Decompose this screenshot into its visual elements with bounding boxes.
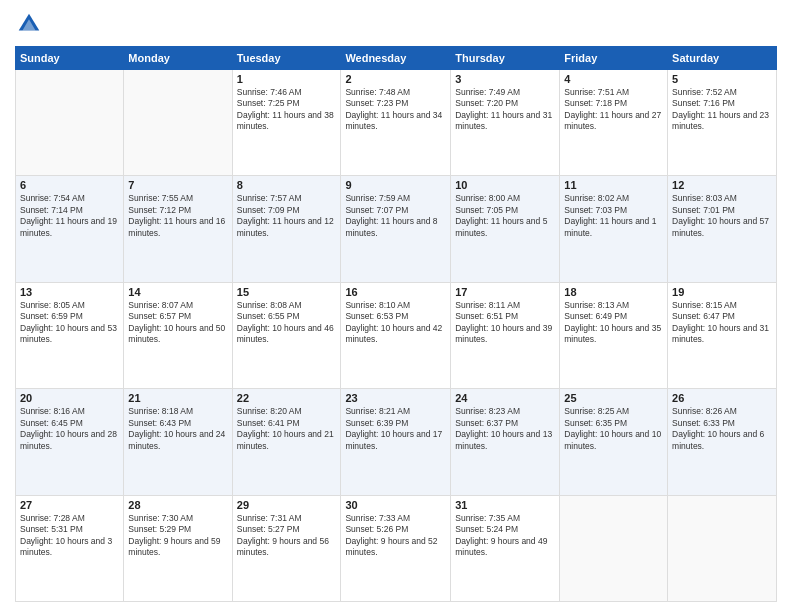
day-number: 25 [564, 392, 663, 404]
sunset-text: Sunset: 6:43 PM [128, 418, 191, 428]
calendar-cell: 22Sunrise: 8:20 AMSunset: 6:41 PMDayligh… [232, 389, 341, 495]
day-info: Sunrise: 8:00 AMSunset: 7:05 PMDaylight:… [455, 193, 555, 239]
day-of-week-sunday: Sunday [16, 47, 124, 70]
sunset-text: Sunset: 6:47 PM [672, 311, 735, 321]
calendar-cell [560, 495, 668, 601]
calendar-cell: 23Sunrise: 8:21 AMSunset: 6:39 PMDayligh… [341, 389, 451, 495]
day-number: 28 [128, 499, 227, 511]
day-of-week-friday: Friday [560, 47, 668, 70]
calendar-cell: 3Sunrise: 7:49 AMSunset: 7:20 PMDaylight… [451, 70, 560, 176]
day-info: Sunrise: 8:02 AMSunset: 7:03 PMDaylight:… [564, 193, 663, 239]
sunset-text: Sunset: 6:49 PM [564, 311, 627, 321]
sunrise-text: Sunrise: 7:48 AM [345, 87, 410, 97]
sunset-text: Sunset: 7:03 PM [564, 205, 627, 215]
logo [15, 10, 47, 38]
calendar-cell: 29Sunrise: 7:31 AMSunset: 5:27 PMDayligh… [232, 495, 341, 601]
sunrise-text: Sunrise: 7:59 AM [345, 193, 410, 203]
daylight-text: Daylight: 11 hours and 1 minute. [564, 216, 656, 237]
daylight-text: Daylight: 10 hours and 46 minutes. [237, 323, 334, 344]
calendar-cell: 28Sunrise: 7:30 AMSunset: 5:29 PMDayligh… [124, 495, 232, 601]
calendar-cell: 4Sunrise: 7:51 AMSunset: 7:18 PMDaylight… [560, 70, 668, 176]
day-number: 12 [672, 179, 772, 191]
sunset-text: Sunset: 7:07 PM [345, 205, 408, 215]
calendar-cell: 18Sunrise: 8:13 AMSunset: 6:49 PMDayligh… [560, 282, 668, 388]
day-of-week-thursday: Thursday [451, 47, 560, 70]
day-number: 3 [455, 73, 555, 85]
day-number: 21 [128, 392, 227, 404]
day-info: Sunrise: 7:46 AMSunset: 7:25 PMDaylight:… [237, 87, 337, 133]
daylight-text: Daylight: 10 hours and 28 minutes. [20, 429, 117, 450]
calendar-cell [668, 495, 777, 601]
sunset-text: Sunset: 6:45 PM [20, 418, 83, 428]
sunrise-text: Sunrise: 8:07 AM [128, 300, 193, 310]
calendar-cell: 26Sunrise: 8:26 AMSunset: 6:33 PMDayligh… [668, 389, 777, 495]
calendar-week-5: 27Sunrise: 7:28 AMSunset: 5:31 PMDayligh… [16, 495, 777, 601]
calendar-cell: 21Sunrise: 8:18 AMSunset: 6:43 PMDayligh… [124, 389, 232, 495]
day-of-week-saturday: Saturday [668, 47, 777, 70]
sunrise-text: Sunrise: 8:18 AM [128, 406, 193, 416]
day-number: 5 [672, 73, 772, 85]
sunset-text: Sunset: 5:26 PM [345, 524, 408, 534]
day-info: Sunrise: 7:30 AMSunset: 5:29 PMDaylight:… [128, 513, 227, 559]
sunset-text: Sunset: 7:09 PM [237, 205, 300, 215]
day-of-week-tuesday: Tuesday [232, 47, 341, 70]
day-info: Sunrise: 7:51 AMSunset: 7:18 PMDaylight:… [564, 87, 663, 133]
daylight-text: Daylight: 11 hours and 5 minutes. [455, 216, 547, 237]
day-number: 16 [345, 286, 446, 298]
daylight-text: Daylight: 10 hours and 42 minutes. [345, 323, 442, 344]
calendar-cell: 2Sunrise: 7:48 AMSunset: 7:23 PMDaylight… [341, 70, 451, 176]
calendar-week-2: 6Sunrise: 7:54 AMSunset: 7:14 PMDaylight… [16, 176, 777, 282]
sunset-text: Sunset: 7:20 PM [455, 98, 518, 108]
sunrise-text: Sunrise: 8:21 AM [345, 406, 410, 416]
sunrise-text: Sunrise: 8:23 AM [455, 406, 520, 416]
day-number: 30 [345, 499, 446, 511]
sunrise-text: Sunrise: 8:20 AM [237, 406, 302, 416]
calendar-cell: 15Sunrise: 8:08 AMSunset: 6:55 PMDayligh… [232, 282, 341, 388]
header [15, 10, 777, 38]
day-info: Sunrise: 8:21 AMSunset: 6:39 PMDaylight:… [345, 406, 446, 452]
sunrise-text: Sunrise: 7:55 AM [128, 193, 193, 203]
day-of-week-monday: Monday [124, 47, 232, 70]
sunrise-text: Sunrise: 8:05 AM [20, 300, 85, 310]
day-number: 24 [455, 392, 555, 404]
calendar-cell: 10Sunrise: 8:00 AMSunset: 7:05 PMDayligh… [451, 176, 560, 282]
day-number: 29 [237, 499, 337, 511]
day-info: Sunrise: 7:31 AMSunset: 5:27 PMDaylight:… [237, 513, 337, 559]
day-info: Sunrise: 8:05 AMSunset: 6:59 PMDaylight:… [20, 300, 119, 346]
day-number: 15 [237, 286, 337, 298]
day-number: 22 [237, 392, 337, 404]
sunset-text: Sunset: 5:29 PM [128, 524, 191, 534]
day-number: 8 [237, 179, 337, 191]
calendar-cell: 13Sunrise: 8:05 AMSunset: 6:59 PMDayligh… [16, 282, 124, 388]
sunset-text: Sunset: 6:39 PM [345, 418, 408, 428]
day-info: Sunrise: 7:55 AMSunset: 7:12 PMDaylight:… [128, 193, 227, 239]
daylight-text: Daylight: 9 hours and 52 minutes. [345, 536, 437, 557]
day-info: Sunrise: 8:03 AMSunset: 7:01 PMDaylight:… [672, 193, 772, 239]
daylight-text: Daylight: 10 hours and 39 minutes. [455, 323, 552, 344]
day-number: 19 [672, 286, 772, 298]
daylight-text: Daylight: 11 hours and 16 minutes. [128, 216, 225, 237]
day-number: 14 [128, 286, 227, 298]
day-info: Sunrise: 8:26 AMSunset: 6:33 PMDaylight:… [672, 406, 772, 452]
daylight-text: Daylight: 10 hours and 17 minutes. [345, 429, 442, 450]
calendar-cell: 7Sunrise: 7:55 AMSunset: 7:12 PMDaylight… [124, 176, 232, 282]
daylight-text: Daylight: 10 hours and 10 minutes. [564, 429, 661, 450]
day-info: Sunrise: 7:57 AMSunset: 7:09 PMDaylight:… [237, 193, 337, 239]
day-info: Sunrise: 8:15 AMSunset: 6:47 PMDaylight:… [672, 300, 772, 346]
calendar-cell: 8Sunrise: 7:57 AMSunset: 7:09 PMDaylight… [232, 176, 341, 282]
sunset-text: Sunset: 6:55 PM [237, 311, 300, 321]
day-info: Sunrise: 8:23 AMSunset: 6:37 PMDaylight:… [455, 406, 555, 452]
daylight-text: Daylight: 10 hours and 21 minutes. [237, 429, 334, 450]
sunrise-text: Sunrise: 8:10 AM [345, 300, 410, 310]
sunrise-text: Sunrise: 7:28 AM [20, 513, 85, 523]
calendar-week-4: 20Sunrise: 8:16 AMSunset: 6:45 PMDayligh… [16, 389, 777, 495]
sunset-text: Sunset: 7:14 PM [20, 205, 83, 215]
daylight-text: Daylight: 10 hours and 50 minutes. [128, 323, 225, 344]
daylight-text: Daylight: 11 hours and 12 minutes. [237, 216, 334, 237]
calendar-cell: 19Sunrise: 8:15 AMSunset: 6:47 PMDayligh… [668, 282, 777, 388]
calendar-cell [16, 70, 124, 176]
day-info: Sunrise: 8:25 AMSunset: 6:35 PMDaylight:… [564, 406, 663, 452]
sunset-text: Sunset: 7:01 PM [672, 205, 735, 215]
sunset-text: Sunset: 5:24 PM [455, 524, 518, 534]
day-number: 10 [455, 179, 555, 191]
